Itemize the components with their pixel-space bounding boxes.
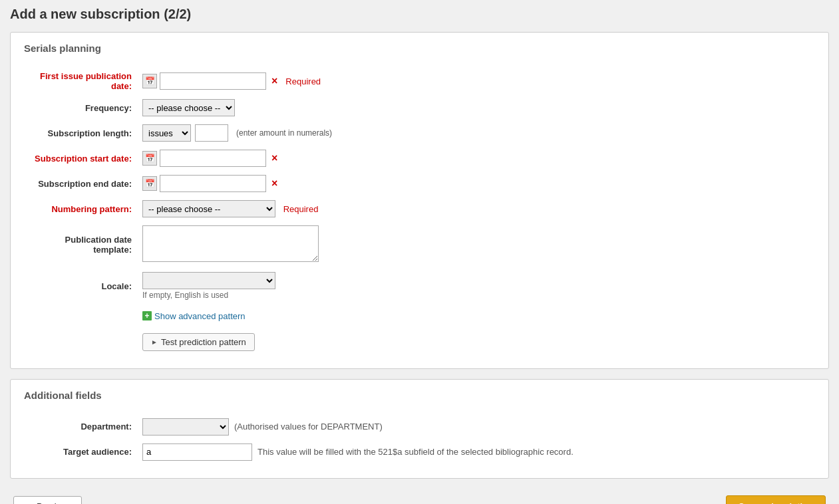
footer-bar: ← Previous Save subscription: [10, 489, 829, 505]
test-prediction-cell: ► Test prediction pattern: [137, 324, 815, 355]
department-hint: (Authorised values for DEPARTMENT): [234, 422, 383, 432]
additional-form: Department: (Authorised values for DEPAR…: [24, 414, 815, 465]
target-audience-row: Target audience: This value will be fill…: [24, 440, 815, 465]
additional-fields-section: Additional fields Department: (Authorise…: [10, 379, 829, 479]
department-label: Department:: [24, 414, 137, 440]
save-subscription-button[interactable]: Save subscription: [726, 495, 826, 505]
subscription-length-row: Subscription length: issues weeks months…: [24, 120, 815, 146]
show-advanced-cell: + Show advanced pattern: [137, 304, 815, 324]
pub-date-template-textarea[interactable]: [142, 225, 319, 262]
subscription-start-label: Subscription start date:: [24, 146, 137, 171]
subscription-end-clear-btn[interactable]: ×: [271, 178, 277, 189]
subscription-end-row: Subscription end date: 📅 ×: [24, 171, 815, 196]
subscription-end-date-input[interactable]: [160, 175, 266, 192]
page-title: Add a new subscription (2/2): [10, 7, 829, 22]
subscription-length-label: Subscription length:: [24, 120, 137, 146]
first-issue-field-cell: 📅 × Required: [137, 67, 815, 95]
previous-button[interactable]: ← Previous: [13, 496, 82, 505]
subscription-length-amount-input[interactable]: [195, 124, 228, 142]
target-audience-input[interactable]: [142, 443, 252, 461]
numbering-pattern-required-text: Required: [283, 204, 319, 214]
target-audience-wrap: This value will be filled with the 521$a…: [142, 443, 574, 461]
locale-hint: If empty, English is used: [142, 291, 810, 300]
play-icon: ►: [151, 338, 158, 346]
first-issue-row: First issue publication date: 📅 × Requir…: [24, 67, 815, 95]
first-issue-input-wrap: 📅 × Required: [142, 72, 321, 90]
serials-section-title: Serials planning: [24, 43, 815, 57]
test-prediction-button[interactable]: ► Test prediction pattern: [142, 333, 255, 351]
locale-field-cell: If empty, English is used: [137, 268, 815, 304]
first-issue-label: First issue publication date:: [24, 67, 137, 95]
pub-date-template-label: Publication date template:: [24, 221, 137, 268]
first-issue-date-input[interactable]: [160, 72, 266, 90]
locale-select[interactable]: [142, 272, 275, 289]
locale-label: Locale:: [24, 268, 137, 304]
department-wrap: (Authorised values for DEPARTMENT): [142, 418, 383, 436]
frequency-field-cell: -- please choose -- Daily Weekly Biweekl…: [137, 95, 815, 120]
arrow-left-icon: ←: [25, 501, 33, 505]
show-advanced-label: Show advanced pattern: [154, 311, 246, 321]
target-audience-field-cell: This value will be filled with the 521$a…: [137, 440, 815, 465]
locale-row: Locale: If empty, English is used: [24, 268, 815, 304]
subscription-start-date-input[interactable]: [160, 150, 266, 167]
sub-length-wrap: issues weeks months (enter amount in num…: [142, 124, 332, 142]
subscription-start-row: Subscription start date: 📅 ×: [24, 146, 815, 171]
show-advanced-row: + Show advanced pattern: [24, 304, 815, 324]
save-label: Save subscription: [739, 501, 813, 505]
show-advanced-link[interactable]: + Show advanced pattern: [142, 311, 246, 321]
subscription-length-unit-select[interactable]: issues weeks months: [142, 124, 191, 142]
numbering-pattern-label: Numbering pattern:: [24, 196, 137, 221]
previous-label: Previous: [37, 501, 71, 505]
serials-planning-section: Serials planning First issue publication…: [10, 32, 829, 369]
first-issue-required-text: Required: [285, 76, 321, 86]
subscription-length-field-cell: issues weeks months (enter amount in num…: [137, 120, 815, 146]
test-prediction-label: Test prediction pattern: [161, 337, 246, 347]
numbering-pattern-field-cell: -- please choose -- Required: [137, 196, 815, 221]
department-select[interactable]: [142, 418, 229, 436]
subscription-end-field-cell: 📅 ×: [137, 171, 815, 196]
subscription-end-label: Subscription end date:: [24, 171, 137, 196]
frequency-row: Frequency: -- please choose -- Daily Wee…: [24, 95, 815, 120]
serials-form: First issue publication date: 📅 × Requir…: [24, 67, 815, 355]
numbering-pattern-row: Numbering pattern: -- please choose -- R…: [24, 196, 815, 221]
subscription-start-clear-btn[interactable]: ×: [271, 152, 277, 164]
department-field-cell: (Authorised values for DEPARTMENT): [137, 414, 815, 440]
show-advanced-plus-icon: +: [142, 311, 152, 320]
subscription-start-field-cell: 📅 ×: [137, 146, 815, 171]
subscription-start-input-wrap: 📅 ×: [142, 150, 277, 167]
subscription-end-calendar-icon[interactable]: 📅: [142, 176, 157, 191]
first-issue-clear-btn[interactable]: ×: [271, 75, 277, 87]
pub-date-template-field-cell: [137, 221, 815, 268]
subscription-start-calendar-icon[interactable]: 📅: [142, 151, 157, 166]
pub-date-template-row: Publication date template:: [24, 221, 815, 268]
numbering-pattern-select[interactable]: -- please choose --: [142, 200, 275, 217]
frequency-select[interactable]: -- please choose -- Daily Weekly Biweekl…: [142, 99, 235, 116]
target-audience-hint: This value will be filled with the 521$a…: [257, 447, 574, 457]
target-audience-label: Target audience:: [24, 440, 137, 465]
first-issue-calendar-icon[interactable]: 📅: [142, 74, 157, 88]
department-row: Department: (Authorised values for DEPAR…: [24, 414, 815, 440]
additional-section-title: Additional fields: [24, 390, 815, 404]
frequency-label: Frequency:: [24, 95, 137, 120]
subscription-length-hint: (enter amount in numerals): [236, 128, 332, 138]
subscription-end-input-wrap: 📅 ×: [142, 175, 277, 192]
test-prediction-row: ► Test prediction pattern: [24, 324, 815, 355]
